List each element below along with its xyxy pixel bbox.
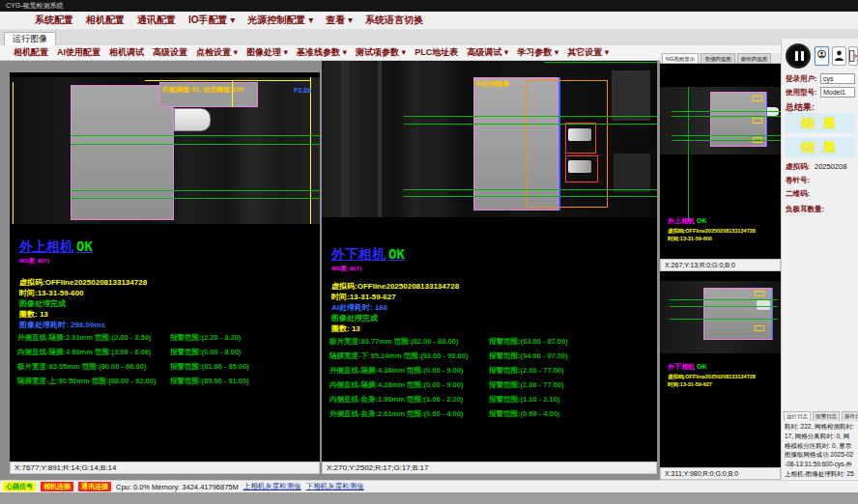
preview-camera-title: 外下相机OK	[668, 362, 707, 372]
menu-item-camera-config[interactable]: 相机配置	[86, 14, 125, 27]
preview-bottom-image[interactable]: 外下相机OK 虚拟码:OFFline20250208133134728 时间:1…	[660, 271, 781, 467]
cell-region	[71, 85, 174, 220]
operator-button[interactable]	[832, 46, 846, 66]
left-pixel-coords: X:7677;Y:891;R:14;G:14;B:14	[10, 462, 320, 474]
ai-elapsed-line: AI处理耗时: 166	[331, 302, 387, 313]
alarm-range: 报警范围:(2.00 - 77.00)	[489, 380, 564, 390]
login-user-field[interactable]: cys	[820, 73, 855, 84]
cpu-memory-text: Cpu: 0.0% Memory: 3424.41796875M	[116, 483, 239, 491]
tool-learning-params[interactable]: 学习参数 ▾	[517, 46, 558, 59]
preview-time-line: 时间:13-31-59-600	[668, 236, 712, 242]
log-tab-run[interactable]: 运行日志	[784, 411, 811, 421]
tool-other-settings[interactable]: 其它设置 ▾	[567, 46, 609, 59]
pause-icon	[795, 51, 798, 61]
status-bar: 心跳信号 相机连接 通讯连接 Cpu: 0.0% Memory: 3424.41…	[0, 480, 858, 492]
user-switch-button[interactable]	[815, 46, 829, 66]
camera-name: 外上相机	[19, 238, 73, 254]
preview-tab-ng[interactable]: NG画面显示	[662, 53, 699, 63]
alarm-range: 报警范围:(83.00 - 87.00)	[489, 337, 568, 347]
green-guide-line	[404, 196, 657, 197]
measurement-row: 极片宽度:83.05mm 范围:(80.00 - 86.00)报警范围:(81.…	[17, 362, 319, 372]
bright-feature	[568, 160, 591, 173]
exit-button[interactable]	[848, 46, 858, 66]
virtual-code-line: 虚拟码:OFFline20250208133134728	[331, 281, 459, 292]
alarm-range: 报警范围:(94.00 - 97.00)	[489, 351, 568, 361]
measurement-row: 外侧直线-隔膜:2.91mm 范围:(2.00 - 3.50)报警范围:(2.2…	[17, 333, 319, 343]
green-guide-line	[670, 306, 778, 307]
camera-connection-badge: 相机连接	[41, 482, 73, 491]
menu-item-language-switch[interactable]: 系统语言切换	[365, 14, 423, 27]
green-guide-line	[71, 144, 320, 145]
tool-advanced-debug[interactable]: 高级调试 ▾	[467, 46, 508, 59]
measure-value: 外侧直线-隔膜:2.91mm 范围:(2.00 - 3.50)	[17, 333, 151, 342]
preview-tab-arc2[interactable]: 极组内弧图	[737, 53, 772, 63]
menu-item-view[interactable]: 查看 ▾	[326, 14, 353, 27]
machine-structure	[378, 61, 382, 217]
tool-image-processing[interactable]: 图像处理 ▾	[246, 46, 288, 59]
yellow-mark	[755, 291, 764, 296]
measure-value: 内侧直线-隔膜:4.28mm 范围:(0.00 - 9.00)	[329, 380, 463, 389]
preview-top-panel: NG画面显示 卷绕内弧图 极组内弧图 外上相机OK 虚拟码:OFFline202…	[660, 53, 781, 259]
virtual-code-line: 虚拟码:OFFline20250208133134728	[19, 277, 147, 288]
heartbeat-status-badge: 心跳信号	[3, 482, 36, 491]
lower-camera-gray-link[interactable]: 下相机灰度检测值	[306, 482, 364, 491]
blue-edge-line	[772, 288, 773, 340]
middle-pixel-coords: X:270;Y:2502;R:17;G:17;B:17	[322, 462, 657, 474]
preview-tab-arc1[interactable]: 卷绕内弧图	[701, 53, 735, 63]
tool-spotcheck-settings[interactable]: 点检设置 ▾	[196, 46, 238, 59]
measurement-row: 隔膜宽度-下:95.24mm 范围:(93.00 - 98.00)报警范围:(9…	[329, 351, 631, 361]
log-tab-alarm[interactable]: 报警日志	[813, 411, 840, 421]
upper-camera-gray-link[interactable]: 上相机灰度检测值	[243, 482, 301, 491]
model-field[interactable]: Model1	[820, 87, 855, 98]
middle-camera-image[interactable]: AI处理图像	[322, 61, 657, 217]
log-text[interactable]: 耗时: 222, 网格检测耗时: 17, 网格分离耗时: 0, 网格模板分区耗时…	[785, 422, 855, 488]
result-ok: OK	[388, 246, 405, 262]
green-guide-line	[670, 299, 778, 300]
result-box-upper: 结 果	[786, 113, 855, 133]
virtual-code-label: 虚拟码:	[786, 162, 810, 172]
measure-value: 极片宽度:83.05mm 范围:(80.00 - 86.00)	[17, 362, 146, 371]
green-vertical-line	[688, 87, 689, 222]
tab-run-image[interactable]: 运行图像	[4, 32, 56, 45]
connector-tab	[174, 108, 211, 131]
tool-plc-address-table[interactable]: PLC地址表	[415, 46, 458, 59]
tool-baseline-params[interactable]: 基准线参数 ▾	[297, 46, 347, 59]
yellow-mark	[753, 118, 762, 124]
left-camera-image[interactable]: 匹配阈值:93, 动态阈值:100 F3.88	[10, 77, 320, 224]
left-camera-panel: 匹配阈值:93, 动态阈值:100 F3.88 外上相机OK MG图_B(Y) …	[10, 72, 320, 462]
preview-tab-strip: NG画面显示 卷绕内弧图 极组内弧图	[660, 53, 781, 64]
turn-count-line: 圈数: 13	[331, 323, 360, 334]
title-bar: CYG-视觉检测系统	[0, 0, 858, 12]
menu-item-comm-config[interactable]: 通讯配置	[137, 14, 176, 27]
bottom-filler	[0, 492, 858, 504]
tool-camera-config[interactable]: 相机配置	[14, 46, 48, 59]
log-tab-operate[interactable]: 操作日志	[842, 411, 858, 421]
menu-item-light-config[interactable]: 光源控制配置 ▾	[247, 14, 313, 27]
measure-value: 内侧直线-自身:1.90mm 范围:(1.00 - 2.20)	[329, 395, 463, 404]
alarm-range: 报警范围:(1.10 - 2.10)	[489, 395, 559, 405]
yellow-mark	[753, 96, 762, 101]
measure-value: 隔膜宽度-上:90.56mm 范围:(88.00 - 92.00)	[17, 377, 156, 385]
menu-item-system-config[interactable]: 系统配置	[35, 14, 73, 27]
preview-top-image[interactable]: 外上相机OK 虚拟码:OFFline20250208133134728 时间:1…	[660, 64, 781, 259]
tool-testitem-params[interactable]: 测试项参数 ▾	[356, 46, 406, 59]
tool-advanced-settings[interactable]: 高级设置	[153, 46, 187, 59]
yellow-mark	[755, 325, 764, 331]
time-line: 时间:13-31-59-627	[331, 292, 396, 302]
measure-value: 内侧直线-隔膜:4.60mm 范围:(3.00 - 6.00)	[17, 348, 151, 356]
yellow-edge-line-left	[13, 82, 14, 224]
result-ok: OK	[697, 217, 707, 224]
camera-name: 外上相机	[668, 217, 695, 224]
menu-item-io-config[interactable]: IO手配置 ▾	[188, 14, 235, 27]
measure-value: 外侧直线-自身:2.61mm 范围:(0.60 - 4.00)	[329, 409, 463, 418]
measurement-row: 隔膜宽度-上:90.56mm 范围:(88.00 - 92.00)报警范围:(8…	[17, 377, 319, 386]
tool-camera-debug[interactable]: 相机调试	[109, 46, 144, 59]
right-sidebar: 登录用户: cys 使用型号: Model1 总结果: 结 果 结 果 虚拟码:…	[781, 39, 858, 480]
user-icon	[816, 49, 827, 63]
pause-button[interactable]	[786, 43, 811, 69]
machine-structure	[612, 70, 650, 121]
measurement-row: 内侧直线-自身:1.90mm 范围:(1.00 - 2.20)报警范围:(1.1…	[329, 395, 631, 405]
tool-ai-config[interactable]: AI使用配置	[57, 46, 100, 59]
preview-camera-title: 外上相机OK	[668, 216, 707, 226]
machine-structure	[418, 61, 442, 217]
